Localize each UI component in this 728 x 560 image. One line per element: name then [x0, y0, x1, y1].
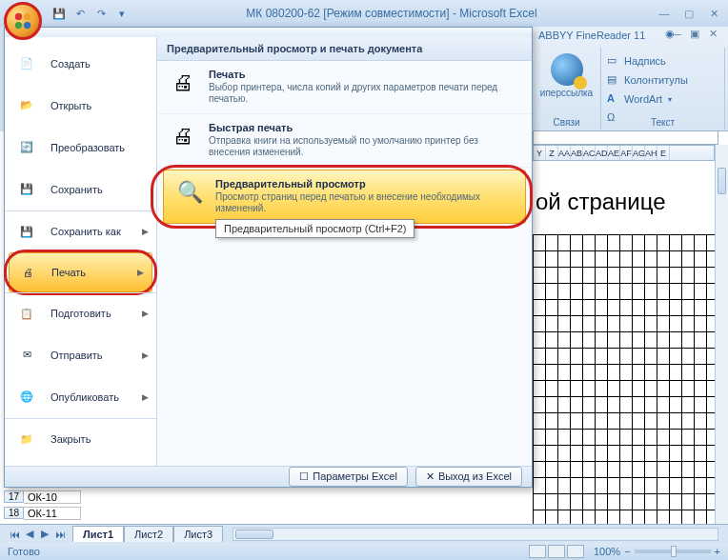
page-layout-view-button[interactable]	[548, 545, 565, 558]
submenu-desc: Просмотр страниц перед печатью и внесени…	[215, 191, 516, 215]
office-menu-footer: ☐Параметры Excel ✕Выход из Excel	[5, 466, 532, 487]
col-header[interactable]: AA	[558, 146, 571, 160]
exit-icon: ✕	[426, 470, 435, 483]
office-button[interactable]	[4, 2, 42, 40]
prev-sheet-icon[interactable]: ◀	[23, 528, 36, 541]
excel-options-button[interactable]: ☐Параметры Excel	[289, 467, 408, 487]
menu-item-icon: ✉	[14, 343, 39, 368]
submenu-item-1[interactable]: 🖨Быстрая печатьОтправка книги на использ…	[157, 114, 532, 168]
last-sheet-icon[interactable]: ⏭	[53, 528, 67, 541]
normal-view-button[interactable]	[529, 545, 546, 558]
sheet-tab[interactable]: Лист2	[124, 526, 173, 542]
menu-item-label: Преобразовать	[51, 142, 125, 153]
exit-excel-button[interactable]: ✕Выход из Excel	[415, 467, 522, 487]
submenu-item-2[interactable]: 🔍Предварительный просмотрПросмотр страни…	[163, 170, 526, 224]
maximize-button[interactable]: ▢	[678, 5, 699, 22]
ribbon-item-wordart[interactable]: AWordArt▾	[607, 90, 718, 109]
vertical-scrollbar[interactable]	[715, 145, 728, 524]
cell[interactable]: ОК-10	[24, 490, 81, 504]
close-button[interactable]: ✕	[703, 5, 724, 22]
sheet-tab[interactable]: Лист1	[72, 526, 124, 542]
ribbon-item-textbox[interactable]: ▭Надпись	[607, 51, 718, 70]
status-bar: Готово 100% − +	[0, 543, 728, 560]
zoom-out-button[interactable]: −	[624, 546, 630, 557]
menu-item-закрыть[interactable]: 📁Закрыть	[5, 418, 156, 460]
col-header[interactable]: AE	[608, 146, 620, 160]
menu-item-создать[interactable]: 📄Создать	[5, 43, 156, 85]
ribbon-item-header-footer[interactable]: ▤Колонтитулы	[607, 70, 718, 90]
submenu-title: Быстрая печать	[209, 122, 293, 133]
submenu-header: Предварительный просмотр и печать докуме…	[157, 37, 532, 61]
hyperlink-label: иперссылка	[538, 88, 595, 98]
next-sheet-icon[interactable]: ▶	[38, 528, 51, 541]
column-headers[interactable]: YZAAABACADAEAFAGAHE	[533, 145, 715, 161]
redo-icon[interactable]: ↷	[93, 6, 109, 21]
menu-item-label: Опубликовать	[51, 391, 119, 403]
save-icon[interactable]: 💾	[51, 6, 67, 21]
menu-item-открыть[interactable]: 📂Открыть	[5, 85, 156, 127]
menu-item-icon: 📁	[14, 427, 39, 451]
wb-close-button[interactable]: ✕	[709, 28, 724, 40]
svg-point-1	[24, 13, 30, 20]
ribbon-group-links: иперссылка Связи	[533, 48, 601, 130]
wb-minimize-button[interactable]: —	[671, 28, 686, 40]
menu-item-label: Отправить	[51, 350, 103, 361]
office-menu: 📄Создать📂Открыть🔄Преобразовать💾Сохранить…	[4, 27, 533, 488]
page-break-view-button[interactable]	[567, 545, 584, 558]
ribbon-group-text: ▭Надпись ▤Колонтитулы AWordArt▾ Ω Текст	[601, 48, 725, 130]
submenu-item-0[interactable]: 🖨ПечатьВыбор принтера, числа копий и дру…	[157, 61, 532, 114]
first-sheet-icon[interactable]: ⏮	[8, 528, 21, 541]
col-header[interactable]: AH	[645, 146, 657, 160]
view-buttons	[529, 545, 584, 558]
wb-restore-button[interactable]: ▣	[690, 28, 705, 40]
col-header[interactable]: AD	[596, 146, 608, 160]
horizontal-scrollbar[interactable]	[233, 528, 718, 541]
menu-item-отправить[interactable]: ✉Отправить▶	[5, 334, 156, 376]
zoom-in-button[interactable]: +	[715, 546, 720, 557]
svg-point-0	[15, 13, 22, 20]
menu-item-сохранить[interactable]: 💾Сохранить	[5, 169, 156, 210]
status-ready: Готово	[8, 546, 40, 557]
menu-item-сохранить-как[interactable]: 💾Сохранить как▶	[5, 210, 156, 252]
workbook-window-controls: — ▣ ✕	[671, 28, 724, 40]
chevron-right-icon: ▶	[142, 350, 149, 360]
col-header[interactable]: E	[657, 146, 670, 160]
row-header[interactable]: 17	[4, 490, 24, 503]
minimize-button[interactable]: —	[654, 5, 675, 22]
col-header[interactable]: Z	[546, 146, 558, 160]
menu-item-преобразовать[interactable]: 🔄Преобразовать	[5, 127, 156, 169]
grid-cells[interactable]	[533, 234, 715, 524]
menu-item-icon: 💾	[14, 177, 39, 202]
col-header[interactable]: AC	[583, 146, 596, 160]
zoom-control: 100% − +	[594, 546, 720, 557]
submenu-desc: Отправка книги на используемый по умолча…	[209, 135, 522, 159]
col-header[interactable]: AF	[620, 146, 633, 160]
col-header[interactable]: AG	[633, 146, 645, 160]
col-header[interactable]: AB	[571, 146, 583, 160]
menu-item-icon: 🔄	[14, 135, 39, 160]
menu-item-подготовить[interactable]: 📋Подготовить▶	[5, 292, 156, 334]
menu-item-label: Печать	[51, 267, 86, 278]
menu-item-icon: 🌐	[14, 385, 39, 410]
menu-item-опубликовать[interactable]: 🌐Опубликовать▶	[5, 376, 156, 418]
chevron-right-icon: ▶	[142, 227, 149, 236]
col-header[interactable]: Y	[534, 146, 546, 160]
row-header[interactable]: 18	[4, 507, 24, 519]
menu-item-icon: 📋	[14, 301, 39, 326]
scrollbar-thumb[interactable]	[718, 168, 726, 194]
qat-dropdown-icon[interactable]: ▾	[114, 6, 130, 21]
zoom-level[interactable]: 100%	[594, 546, 620, 557]
menu-item-label: Открыть	[51, 100, 91, 111]
hscroll-thumb[interactable]	[235, 530, 273, 539]
wordart-icon: A	[607, 92, 620, 106]
undo-icon[interactable]: ↶	[72, 6, 88, 21]
formula-bar-dropdown[interactable]	[533, 130, 718, 145]
menu-item-печать[interactable]: 🖨Печать▶	[9, 252, 152, 292]
sheet-tab-bar: ⏮ ◀ ▶ ⏭ Лист1Лист2Лист3	[0, 524, 728, 543]
submenu-title: Предварительный просмотр	[215, 178, 366, 190]
zoom-slider[interactable]	[635, 550, 711, 553]
sheet-tab[interactable]: Лист3	[173, 526, 223, 542]
hyperlink-icon[interactable]	[551, 53, 583, 86]
chevron-right-icon: ▶	[142, 392, 149, 402]
cell[interactable]: ОК-11	[24, 507, 81, 520]
